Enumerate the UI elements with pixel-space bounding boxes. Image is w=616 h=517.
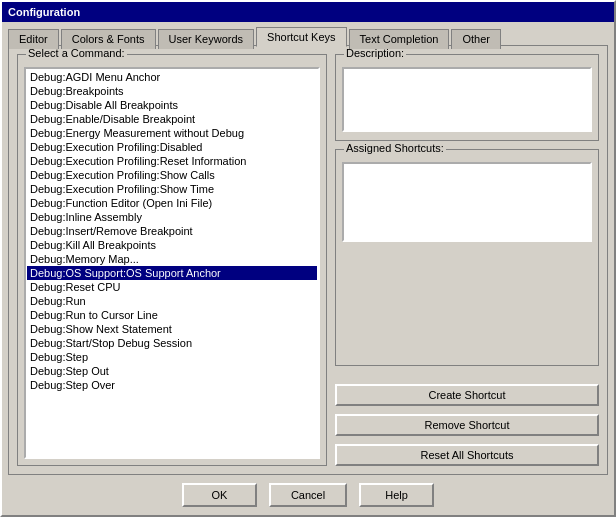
command-list-item[interactable]: Debug:Disable All Breakpoints bbox=[27, 98, 317, 112]
command-list-item[interactable]: Debug:Run bbox=[27, 294, 317, 308]
tab-shortcut-keys[interactable]: Shortcut Keys bbox=[256, 27, 346, 47]
command-list-item[interactable]: Debug:Start/Stop Debug Session bbox=[27, 336, 317, 350]
command-group: Select a Command: Debug:AGDI Menu Anchor… bbox=[17, 54, 327, 466]
shortcuts-group: Assigned Shortcuts: bbox=[335, 149, 599, 366]
tab-panel: Select a Command: Debug:AGDI Menu Anchor… bbox=[8, 45, 608, 475]
command-list-item[interactable]: Debug:AGDI Menu Anchor bbox=[27, 70, 317, 84]
title-bar: Configuration bbox=[2, 2, 614, 22]
command-list-item[interactable]: Debug:Kill All Breakpoints bbox=[27, 238, 317, 252]
command-list[interactable]: Debug:AGDI Menu AnchorDebug:BreakpointsD… bbox=[26, 69, 318, 457]
command-list-item[interactable]: Debug:Execution Profiling:Show Time bbox=[27, 182, 317, 196]
configuration-window: Configuration Editor Colors & Fonts User… bbox=[0, 0, 616, 517]
tab-editor[interactable]: Editor bbox=[8, 29, 59, 49]
tab-colors-fonts[interactable]: Colors & Fonts bbox=[61, 29, 156, 49]
shortcuts-label: Assigned Shortcuts: bbox=[344, 142, 446, 154]
help-button[interactable]: Help bbox=[359, 483, 434, 507]
command-list-item[interactable]: Debug:Inline Assembly bbox=[27, 210, 317, 224]
command-list-item[interactable]: Debug:Insert/Remove Breakpoint bbox=[27, 224, 317, 238]
tab-text-completion[interactable]: Text Completion bbox=[349, 29, 450, 49]
bottom-buttons: OK Cancel Help bbox=[2, 475, 614, 515]
description-group: Description: bbox=[335, 54, 599, 141]
command-list-item[interactable]: Debug:OS Support:OS Support Anchor bbox=[27, 266, 317, 280]
command-list-item[interactable]: Debug:Energy Measurement without Debug bbox=[27, 126, 317, 140]
command-list-item[interactable]: Debug:Run to Cursor Line bbox=[27, 308, 317, 322]
tab-user-keywords[interactable]: User Keywords bbox=[158, 29, 255, 49]
command-list-item[interactable]: Debug:Reset CPU bbox=[27, 280, 317, 294]
command-list-item[interactable]: Debug:Step Out bbox=[27, 364, 317, 378]
main-content: Select a Command: Debug:AGDI Menu Anchor… bbox=[17, 54, 599, 466]
cancel-button[interactable]: Cancel bbox=[269, 483, 347, 507]
command-list-item[interactable]: Debug:Memory Map... bbox=[27, 252, 317, 266]
command-list-item[interactable]: Debug:Breakpoints bbox=[27, 84, 317, 98]
shortcuts-textarea[interactable] bbox=[342, 162, 592, 242]
left-panel: Select a Command: Debug:AGDI Menu Anchor… bbox=[17, 54, 327, 466]
command-list-item[interactable]: Debug:Execution Profiling:Disabled bbox=[27, 140, 317, 154]
create-shortcut-button[interactable]: Create Shortcut bbox=[335, 384, 599, 406]
remove-shortcut-button[interactable]: Remove Shortcut bbox=[335, 414, 599, 436]
command-list-item[interactable]: Debug:Show Next Statement bbox=[27, 322, 317, 336]
window-title: Configuration bbox=[8, 6, 80, 18]
reset-shortcuts-button[interactable]: Reset All Shortcuts bbox=[335, 444, 599, 466]
command-list-item[interactable]: Debug:Execution Profiling:Reset Informat… bbox=[27, 154, 317, 168]
tabs-container: Editor Colors & Fonts User Keywords Shor… bbox=[8, 26, 608, 46]
command-list-item[interactable]: Debug:Step Over bbox=[27, 378, 317, 392]
command-list-item[interactable]: Debug:Step bbox=[27, 350, 317, 364]
ok-button[interactable]: OK bbox=[182, 483, 257, 507]
command-list-item[interactable]: Debug:Function Editor (Open Ini File) bbox=[27, 196, 317, 210]
right-panel: Description: Assigned Shortcuts: Create … bbox=[335, 54, 599, 466]
description-textarea[interactable] bbox=[342, 67, 592, 132]
command-list-item[interactable]: Debug:Enable/Disable Breakpoint bbox=[27, 112, 317, 126]
command-list-container[interactable]: Debug:AGDI Menu AnchorDebug:BreakpointsD… bbox=[24, 67, 320, 459]
command-list-item[interactable]: Debug:Execution Profiling:Show Calls bbox=[27, 168, 317, 182]
tab-other[interactable]: Other bbox=[451, 29, 501, 49]
action-buttons: Create Shortcut Remove Shortcut Reset Al… bbox=[335, 374, 599, 466]
